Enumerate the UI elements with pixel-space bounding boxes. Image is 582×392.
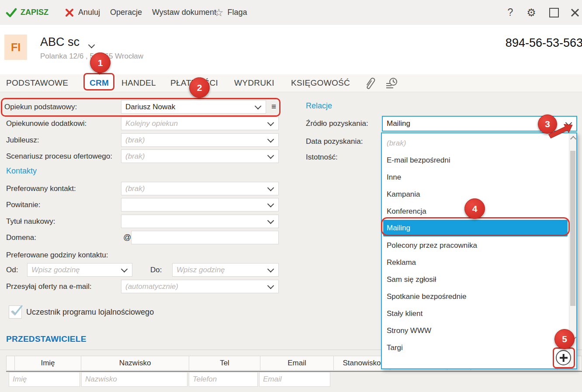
col-tel[interactable]: Tel [189, 356, 260, 371]
toolbar: ZAPISZ Anuluj Operacje Wystaw dokument ☆… [0, 0, 582, 25]
dropdown-option-staly-klient[interactable]: Stały klient [383, 305, 568, 322]
maximize-button[interactable] [549, 0, 559, 25]
oferty-email-field[interactable]: (automatycznie) [121, 280, 279, 293]
od-placeholder: Wpisz godzinę [31, 266, 80, 274]
tab-ksiegowosc[interactable]: KSIĘGOWOŚĆ [291, 74, 350, 92]
imie-input[interactable]: Imię [9, 372, 80, 387]
domena-field[interactable] [131, 231, 279, 244]
tytul-naukowy-field[interactable] [121, 215, 279, 228]
opiekunowie-dodatkowi-label: Opiekunowie dodatkowi: [6, 117, 87, 130]
chevron-down-icon[interactable] [267, 266, 274, 273]
scrollbar-thumb[interactable] [570, 151, 575, 306]
zrodlo-dropdown-list: (brak) E-mail bezpośredni Inne Kampania … [381, 132, 577, 369]
nazwisko-placeholder: Nazwisko [85, 375, 117, 384]
dropdown-option-brak[interactable]: (brak) [383, 135, 568, 152]
chevron-down-icon[interactable] [267, 136, 274, 143]
col-email[interactable]: Email [260, 356, 333, 371]
dropdown-option-strony-www[interactable]: Strony WWW [383, 322, 568, 339]
settings-button[interactable]: ⚙ [526, 0, 537, 25]
chevron-down-icon[interactable] [267, 282, 274, 289]
preferowany-kontakt-label: Preferowany kontakt: [6, 182, 76, 195]
chevron-down-icon[interactable] [267, 201, 274, 208]
dropdown-option-email-bezposredni[interactable]: E-mail bezpośredni [383, 152, 568, 169]
star-icon: ☆ [214, 7, 224, 19]
imie-placeholder: Imię [13, 375, 27, 384]
data-pozyskania-label: Data pozyskania: [306, 135, 363, 148]
tab-handel[interactable]: HANDEL [121, 74, 156, 92]
przedstawiciele-title: PRZEDSTAWICIELE [6, 334, 87, 344]
table-new-row: Imię Nazwisko Telefon Email [9, 372, 330, 387]
save-button[interactable]: ZAPISZ [6, 0, 48, 25]
close-button[interactable] [569, 0, 581, 25]
chevron-down-icon[interactable] [267, 184, 274, 191]
paperclip-icon [364, 76, 376, 90]
telefon-input[interactable]: Telefon [189, 372, 258, 387]
godziny-kontaktu-label: Preferowane godziny kontaktu: [6, 248, 108, 262]
chevron-down-icon[interactable] [267, 119, 274, 126]
do-field[interactable]: Wpisz godzinę [172, 263, 279, 277]
annotation-box-opiekun-row [1, 98, 281, 117]
dropdown-option-inne[interactable]: Inne [383, 169, 568, 186]
dropdown-option-spotkanie[interactable]: Spotkanie bezpośrednie [383, 288, 568, 305]
dropdown-option-reklama[interactable]: Reklama [383, 254, 568, 271]
scenariusz-label: Scenariusz procesu ofertowego: [6, 149, 112, 163]
record-header: FI ABC sc Polanka 12/6 , 54-365 Wrocław … [0, 25, 582, 74]
scenariusz-field[interactable]: (brak) [121, 149, 279, 163]
istotnosc-label: Istotność: [306, 150, 338, 164]
tab-wydruki[interactable]: WYDRUKI [234, 74, 274, 92]
col-nazwisko[interactable]: Nazwisko [81, 356, 189, 371]
dropdown-option-polecony[interactable]: Polecony przez pracownika [383, 237, 568, 254]
do-label: Do: [150, 263, 162, 277]
preferowany-kontakt-field[interactable]: (brak) [121, 182, 279, 195]
help-button[interactable]: ? [505, 0, 516, 25]
dropdown-option-sam-sie-zglosil[interactable]: Sam się zgłosił [383, 271, 568, 288]
telefon-placeholder: Telefon [193, 375, 217, 384]
annotation-arrow-3 [547, 121, 575, 140]
jubileusz-label: Jubileusz: [6, 133, 39, 147]
opiekunowie-placeholder: Kolejny opiekun [125, 119, 178, 128]
option-label: (brak) [387, 139, 406, 148]
annotation-circle-1: 1 [90, 52, 111, 73]
crm-record-window: ZAPISZ Anuluj Operacje Wystaw dokument ☆… [0, 0, 582, 392]
close-icon [570, 8, 580, 17]
kontakty-section-title: Kontakty [6, 167, 37, 176]
opiekunowie-dodatkowi-field[interactable]: Kolejny opiekun [121, 117, 279, 130]
flag-button[interactable]: ☆ Flaga [214, 0, 247, 25]
chevron-down-icon[interactable] [267, 152, 274, 159]
issue-document-label: Wystaw dokument [152, 8, 216, 17]
operations-menu[interactable]: Operacje [110, 0, 142, 25]
chevron-down-icon[interactable] [121, 266, 128, 273]
attachments-button[interactable] [364, 74, 376, 92]
cancel-button[interactable]: Anuluj [65, 0, 100, 25]
chevron-down-icon[interactable] [267, 217, 274, 224]
help-icon: ? [508, 7, 513, 18]
powitanie-field[interactable] [121, 198, 279, 212]
history-button[interactable] [385, 74, 398, 92]
operations-label: Operacje [110, 8, 142, 17]
annotation-box-add-button [553, 347, 575, 368]
tytul-naukowy-label: Tytuł naukowy: [6, 215, 55, 228]
col-imie[interactable]: Imię [14, 356, 81, 371]
tab-podstawowe[interactable]: PODSTAWOWE [6, 74, 68, 92]
email-input[interactable]: Email [259, 372, 330, 387]
issue-document-menu[interactable]: Wystaw dokument [152, 0, 216, 25]
at-sign-prefix: @ [123, 231, 131, 244]
cancel-label: Anuluj [78, 8, 100, 17]
email-placeholder: Email [263, 375, 282, 384]
nazwisko-input[interactable]: Nazwisko [81, 372, 187, 387]
annotation-circle-5: 5 [554, 329, 575, 349]
od-field[interactable]: Wpisz godzinę [27, 263, 132, 277]
company-expand-chevron-icon[interactable] [88, 42, 95, 49]
company-name: ABC sc [40, 35, 80, 49]
history-icon [385, 76, 398, 90]
jubileusz-field[interactable]: (brak) [121, 133, 279, 147]
dropdown-option-targi[interactable]: Targi [383, 339, 568, 356]
relacje-section-title: Relacje [306, 101, 332, 111]
red-x-icon [65, 8, 74, 17]
scenariusz-placeholder: (brak) [125, 152, 145, 161]
domena-label: Domena: [6, 231, 36, 244]
powitanie-label: Powitanie: [6, 198, 40, 212]
maximize-icon [549, 8, 559, 17]
flag-label: Flaga [228, 8, 247, 17]
loyalty-checkbox[interactable] [9, 305, 22, 319]
